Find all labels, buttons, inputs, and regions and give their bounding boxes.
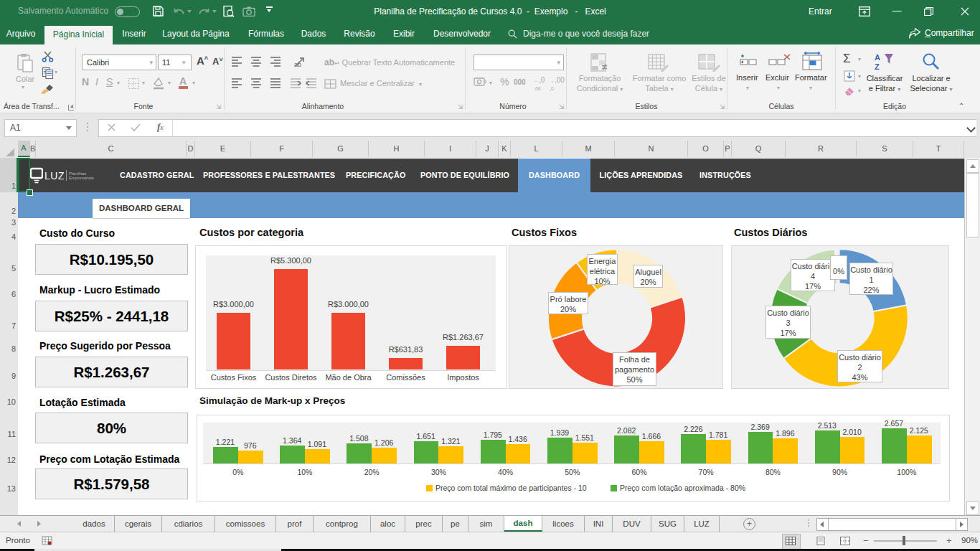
- svg-text:≠: ≠: [602, 62, 607, 72]
- svg-text:ab: ab: [294, 61, 301, 67]
- svg-text:A: A: [875, 53, 880, 62]
- svg-text:Z: Z: [875, 62, 880, 71]
